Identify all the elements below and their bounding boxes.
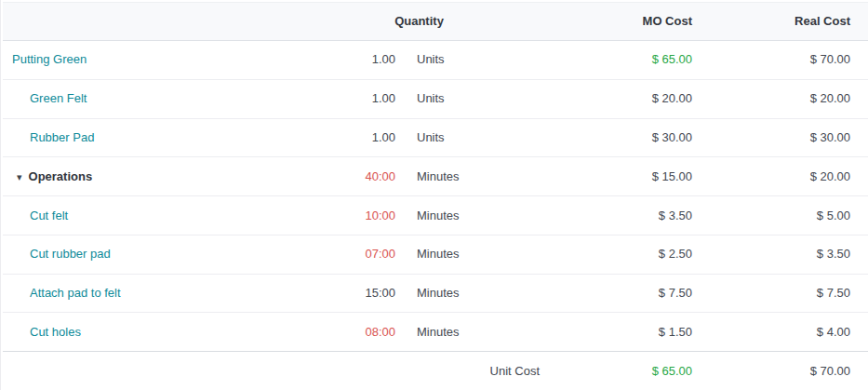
row-name: Operations xyxy=(29,169,93,183)
quantity-column-header: Quantity xyxy=(338,3,540,41)
row-name-cell: Attach pad to felt xyxy=(3,274,338,313)
row-name[interactable]: Cut holes xyxy=(30,325,81,339)
unit-cell: Minutes xyxy=(395,157,540,196)
quantity-cell: 15:00 xyxy=(338,274,395,313)
mo-cost-cell: $ 15.00 xyxy=(540,157,692,196)
footer-mo-cost-value: $ 65.00 xyxy=(540,352,692,390)
cost-analysis-table: Quantity MO Cost Real Cost Putting Green… xyxy=(3,2,868,390)
real-cost-cell: $ 4.00 xyxy=(692,313,868,352)
unit-cell: Minutes xyxy=(395,274,540,313)
mo-cost-cell: $ 2.50 xyxy=(540,235,692,274)
mo-cost-cell: $ 7.50 xyxy=(540,274,692,313)
table-body: Putting Green 1.00 Units $ 65.00 $ 70.00… xyxy=(3,41,868,352)
quantity-cell: 10:00 xyxy=(338,196,395,235)
table-row: Cut holes 08:00 Minutes $ 1.50 $ 4.00 xyxy=(3,313,868,352)
unit-cell: Units xyxy=(395,118,540,157)
quantity-cell: 1.00 xyxy=(338,79,395,118)
row-name[interactable]: Cut felt xyxy=(30,208,68,222)
row-name-cell: Cut felt xyxy=(3,196,338,235)
quantity-cell: 07:00 xyxy=(338,235,395,274)
mo-cost-cell: $ 20.00 xyxy=(540,79,692,118)
quantity-cell: 1.00 xyxy=(338,41,395,80)
mo-cost-cell: $ 65.00 xyxy=(540,41,692,80)
row-name[interactable]: Attach pad to felt xyxy=(30,286,121,300)
table-row: Putting Green 1.00 Units $ 65.00 $ 70.00 xyxy=(3,41,868,80)
mo-cost-cell: $ 3.50 xyxy=(540,196,692,235)
unit-cell: Units xyxy=(395,79,540,118)
real-cost-cell: $ 70.00 xyxy=(692,41,868,80)
unit-cell: Minutes xyxy=(395,313,540,352)
unit-cost-label: Unit Cost xyxy=(395,352,540,390)
caret-down-icon[interactable]: ▾ xyxy=(17,171,22,182)
row-name-cell: Green Felt xyxy=(3,79,338,118)
real-cost-cell: $ 20.00 xyxy=(692,157,868,196)
row-name[interactable]: Green Felt xyxy=(30,91,87,105)
row-name-cell: Rubber Pad xyxy=(3,118,338,157)
real-cost-column-header: Real Cost xyxy=(692,3,868,41)
mo-cost-cell: $ 1.50 xyxy=(540,313,692,352)
quantity-cell: 08:00 xyxy=(338,313,395,352)
unit-cell: Units xyxy=(395,41,540,80)
table-row: Attach pad to felt 15:00 Minutes $ 7.50 … xyxy=(3,274,868,313)
name-column-header xyxy=(3,3,338,41)
table-row: Cut rubber pad 07:00 Minutes $ 2.50 $ 3.… xyxy=(3,235,868,274)
row-name-cell: Cut holes xyxy=(3,313,338,352)
row-name-cell: ▾Operations xyxy=(3,157,338,196)
table-footer-row: Unit Cost $ 65.00 $ 70.00 xyxy=(3,352,868,390)
footer-empty-quantity-cell xyxy=(338,352,395,390)
quantity-cell: 1.00 xyxy=(338,118,395,157)
row-name-cell: Cut rubber pad xyxy=(3,235,338,274)
footer-real-cost-value: $ 70.00 xyxy=(692,352,868,390)
real-cost-cell: $ 20.00 xyxy=(692,79,868,118)
row-name[interactable]: Cut rubber pad xyxy=(30,247,111,261)
real-cost-cell: $ 7.50 xyxy=(692,274,868,313)
real-cost-cell: $ 5.00 xyxy=(692,196,868,235)
quantity-cell: 40:00 xyxy=(338,157,395,196)
row-name[interactable]: Rubber Pad xyxy=(30,130,94,144)
mo-cost-cell: $ 30.00 xyxy=(540,118,692,157)
unit-cell: Minutes xyxy=(395,235,540,274)
table-header-row: Quantity MO Cost Real Cost xyxy=(3,3,868,41)
row-name-cell: Putting Green xyxy=(3,41,338,80)
container-left-border xyxy=(0,0,1,390)
table-row: Cut felt 10:00 Minutes $ 3.50 $ 5.00 xyxy=(3,196,868,235)
table-row: ▾Operations 40:00 Minutes $ 15.00 $ 20.0… xyxy=(3,157,868,196)
unit-cell: Minutes xyxy=(395,196,540,235)
mo-cost-column-header: MO Cost xyxy=(540,3,692,41)
row-name[interactable]: Putting Green xyxy=(12,52,87,66)
real-cost-cell: $ 30.00 xyxy=(692,118,868,157)
footer-empty-name-cell xyxy=(3,352,338,390)
table-row: Rubber Pad 1.00 Units $ 30.00 $ 30.00 xyxy=(3,118,868,157)
cost-analysis-report: Quantity MO Cost Real Cost Putting Green… xyxy=(3,2,868,390)
table-row: Green Felt 1.00 Units $ 20.00 $ 20.00 xyxy=(3,79,868,118)
real-cost-cell: $ 3.50 xyxy=(692,235,868,274)
